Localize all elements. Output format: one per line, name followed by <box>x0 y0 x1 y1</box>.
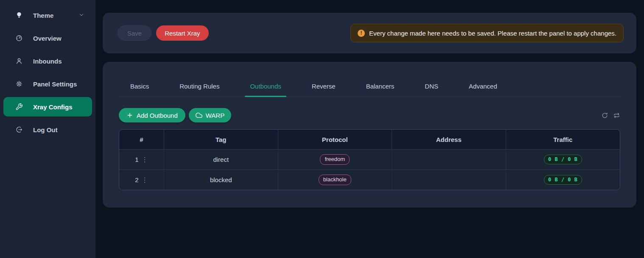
config-tabs: Basics Routing Rules Outbounds Reverse B… <box>118 62 621 97</box>
warning-banner: ! Every change made here needs to be sav… <box>350 24 624 42</box>
add-outbound-button[interactable]: Add Outbound <box>119 108 185 122</box>
warning-text: Every change made here needs to be saved… <box>369 30 616 37</box>
sidebar-item-label: Overview <box>33 35 62 42</box>
xray-config-card: Basics Routing Rules Outbounds Reverse B… <box>103 62 636 208</box>
bulb-icon <box>15 11 23 19</box>
traffic-badge: 0 B / 0 B <box>544 155 582 164</box>
sidebar-item-panel-settings[interactable]: Panel Settings <box>3 74 92 94</box>
sidebar-item-overview[interactable]: Overview <box>3 28 92 48</box>
table-header-row: # Tag Protocol Address Traffic <box>119 130 620 149</box>
traffic-badge: 0 B / 0 B <box>544 175 582 185</box>
sidebar-item-label: Log Out <box>33 126 57 133</box>
warning-icon: ! <box>358 30 365 37</box>
col-header-address: Address <box>392 130 506 149</box>
app-root: Theme Overview Inbounds Panel Settings <box>0 0 644 258</box>
sidebar: Theme Overview Inbounds Panel Settings <box>0 0 95 258</box>
sidebar-item-label: Xray Configs <box>33 103 73 111</box>
sidebar-item-label: Theme <box>33 12 53 19</box>
row-index: 2 <box>135 176 138 183</box>
row-index: 1 <box>135 156 138 163</box>
toolbar-card: Save Restart Xray ! Every change made he… <box>103 13 636 53</box>
col-header-protocol: Protocol <box>278 130 392 149</box>
tab-outbounds[interactable]: Outbounds <box>245 83 286 97</box>
sidebar-item-label: Inbounds <box>33 58 62 65</box>
outbounds-table: # Tag Protocol Address Traffic 1 ⋮ direc… <box>119 129 620 190</box>
warp-button[interactable]: WARP <box>189 108 231 122</box>
logout-icon <box>15 126 23 133</box>
refresh-icon[interactable] <box>601 112 608 119</box>
row-tag: blocked <box>164 170 278 190</box>
cloud-icon <box>196 112 202 119</box>
row-address <box>392 170 506 190</box>
row-menu-icon[interactable]: ⋮ <box>142 156 148 163</box>
table-row: 2 ⋮ blocked blackhole 0 B / 0 B <box>119 169 620 190</box>
tab-balancers[interactable]: Balancers <box>361 83 400 97</box>
repeat-icon[interactable] <box>613 112 620 119</box>
protocol-badge: freedom <box>320 154 350 165</box>
sidebar-item-xray-configs[interactable]: Xray Configs <box>3 97 92 117</box>
col-header-traffic: Traffic <box>506 130 620 149</box>
protocol-badge: blackhole <box>319 175 351 185</box>
sidebar-item-theme[interactable]: Theme <box>3 6 92 25</box>
user-icon <box>15 57 23 65</box>
warp-label: WARP <box>206 112 224 119</box>
tab-basics[interactable]: Basics <box>125 83 154 97</box>
plus-icon <box>126 112 133 119</box>
wrench-icon <box>15 103 23 111</box>
main-content: Save Restart Xray ! Every change made he… <box>95 0 644 258</box>
table-tools <box>601 112 620 119</box>
add-outbound-label: Add Outbound <box>137 112 178 119</box>
sidebar-item-label: Panel Settings <box>33 80 77 88</box>
col-header-tag: Tag <box>164 130 278 149</box>
row-address <box>392 150 506 169</box>
tab-reverse[interactable]: Reverse <box>307 83 341 97</box>
sidebar-item-inbounds[interactable]: Inbounds <box>3 51 92 71</box>
gear-icon <box>15 80 23 88</box>
table-row: 1 ⋮ direct freedom 0 B / 0 B <box>119 149 620 169</box>
col-header-index: # <box>119 130 164 149</box>
tab-routing-rules[interactable]: Routing Rules <box>174 83 224 97</box>
row-tag: direct <box>164 150 278 169</box>
restart-xray-button[interactable]: Restart Xray <box>156 25 208 41</box>
chevron-down-icon[interactable] <box>78 12 84 19</box>
tab-advanced[interactable]: Advanced <box>464 83 502 97</box>
row-menu-icon[interactable]: ⋮ <box>142 177 148 183</box>
dashboard-icon <box>15 34 23 42</box>
outbounds-actions: Add Outbound WARP <box>119 108 620 122</box>
sidebar-item-log-out[interactable]: Log Out <box>3 120 92 139</box>
save-button[interactable]: Save <box>118 25 151 41</box>
tab-dns[interactable]: DNS <box>420 83 443 97</box>
